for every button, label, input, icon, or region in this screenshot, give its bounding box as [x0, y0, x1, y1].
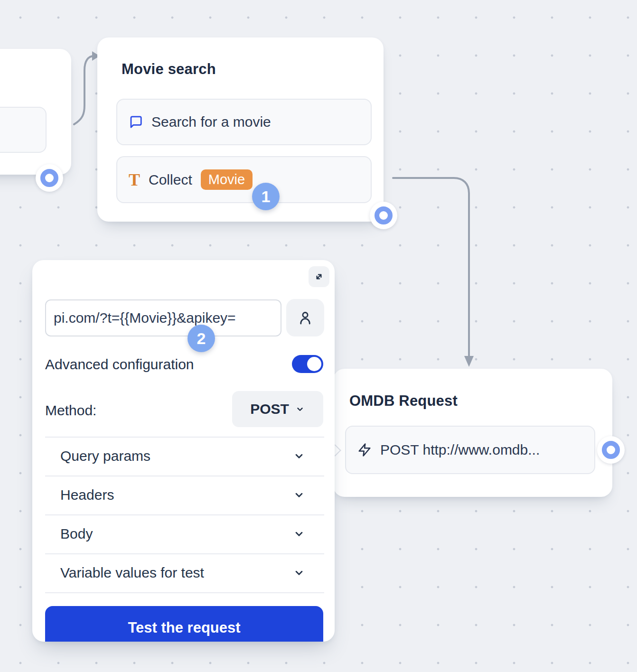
section-label: Query params — [45, 448, 150, 464]
previous-node-partial[interactable] — [0, 49, 71, 175]
chevron-down-icon — [293, 567, 305, 579]
step-badge-1: 1 — [252, 183, 280, 210]
collect-step-label: Collect — [149, 172, 192, 188]
message-step-label: Search for a movie — [151, 114, 271, 130]
port-ring-icon — [40, 169, 58, 187]
section-label: Variable values for test — [45, 565, 204, 581]
flow-canvas[interactable]: Movie search Search for a movie T Collec… — [0, 0, 637, 672]
wire-left-to-movie-search — [74, 56, 94, 124]
message-step-item[interactable]: Search for a movie — [116, 99, 372, 145]
port-ring-icon — [375, 206, 393, 224]
arrowhead-down-icon — [464, 356, 474, 367]
node-title: OMDB Request — [349, 392, 458, 410]
connection-port-out[interactable] — [370, 202, 397, 229]
section-query-params[interactable]: Query params — [45, 437, 324, 476]
port-ring-icon — [602, 441, 620, 459]
expand-button[interactable] — [309, 266, 329, 287]
method-select[interactable]: POST — [232, 391, 323, 427]
webhook-step-item[interactable]: POST http://www.omdb... — [345, 426, 595, 474]
wire-movie-search-to-omdb — [393, 178, 469, 357]
connection-port-out[interactable] — [597, 436, 625, 464]
step-badge-2: 2 — [187, 325, 215, 352]
section-label: Headers — [45, 487, 114, 503]
method-label: Method: — [45, 402, 96, 419]
test-request-button[interactable]: Test the request — [45, 606, 323, 642]
advanced-configuration-label: Advanced configuration — [45, 356, 194, 373]
section-variable-values[interactable]: Variable values for test — [45, 553, 324, 592]
section-headers[interactable]: Headers — [45, 476, 324, 514]
variable-chip[interactable]: Movie — [201, 169, 253, 190]
advanced-configuration-toggle[interactable] — [292, 355, 323, 373]
omdb-request-node[interactable]: OMDB Request POST http://www.omdb... — [333, 369, 612, 497]
connection-port-out[interactable] — [36, 164, 63, 192]
webhook-config-panel: pi.com/?t={{Movie}}&apikey= Advanced con… — [32, 260, 335, 642]
person-icon — [297, 310, 313, 326]
node-item[interactable] — [0, 107, 47, 153]
webhook-step-label: POST http://www.omdb... — [380, 442, 540, 458]
url-input-value: pi.com/?t={{Movie}}&apikey= — [54, 310, 236, 326]
section-body[interactable]: Body — [45, 514, 324, 553]
text-input-icon: T — [129, 171, 140, 188]
chevron-down-icon — [295, 404, 305, 414]
url-input[interactable]: pi.com/?t={{Movie}}&apikey= — [45, 299, 281, 336]
movie-search-node[interactable]: Movie search Search for a movie T Collec… — [97, 37, 384, 222]
chevron-down-icon — [293, 450, 305, 462]
person-button[interactable] — [286, 299, 324, 336]
divider — [45, 592, 324, 593]
method-value: POST — [250, 401, 289, 417]
node-title: Movie search — [122, 61, 216, 78]
section-label: Body — [45, 526, 93, 542]
chat-bubble-icon — [129, 115, 143, 129]
chevron-down-icon — [293, 528, 305, 540]
lightning-icon — [357, 443, 372, 457]
toggle-knob — [307, 357, 321, 371]
chevron-down-icon — [293, 489, 305, 501]
collect-step-item[interactable]: T Collect Movie — [116, 156, 372, 203]
expand-icon — [313, 271, 325, 283]
